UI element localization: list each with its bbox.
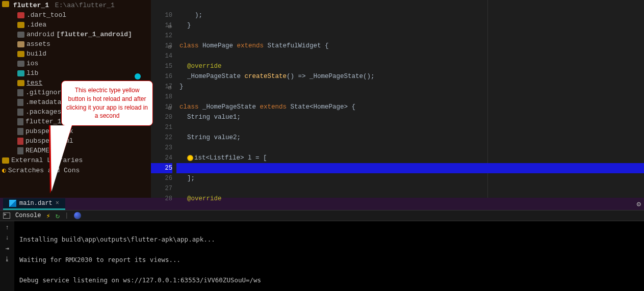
scroll-to-end-icon[interactable]: ⭳ [4, 255, 10, 263]
current-line [176, 163, 644, 173]
folder-icon [17, 51, 24, 57]
console-line: Waiting for RMX2030 to report its views.… [19, 255, 639, 265]
scroll-down-icon[interactable]: ↓ [5, 234, 9, 242]
code-line: ); [176, 10, 644, 20]
console-icon[interactable] [3, 213, 10, 219]
file-icon [17, 109, 23, 116]
code-line [176, 122, 644, 133]
tree-android[interactable]: android [flutter_1_android] [8, 30, 151, 39]
hot-restart-icon[interactable]: ↻ [56, 211, 60, 220]
devtools-icon[interactable] [74, 212, 81, 219]
folder-icon [17, 41, 24, 47]
tree-pubspec-yaml[interactable]: pubspec.yaml [8, 136, 151, 146]
code-line [176, 143, 644, 153]
tab-label: main.dart [19, 200, 53, 207]
folder-icon [17, 32, 24, 38]
project-root[interactable]: flutter_1 E:\aa\flutter_1 [0, 0, 151, 10]
console-action-gutter: ↑ ↓ ⇥ ⭳ [0, 221, 14, 291]
folder-icon [17, 22, 24, 28]
code-line [176, 183, 644, 194]
flutter-icon [9, 200, 16, 207]
annotation-callout: This electric type yellow button is hot … [61, 81, 153, 126]
tree-dart-tool[interactable]: .dart_tool [8, 10, 151, 20]
file-icon [17, 99, 23, 106]
code-line: ⊟class _HomePageState extends State<Home… [176, 102, 644, 112]
file-icon [17, 118, 23, 125]
folder-icon [2, 1, 9, 7]
soft-wrap-icon[interactable]: ⇥ [5, 245, 9, 252]
external-libraries[interactable]: External Libraries [0, 155, 151, 165]
tree-assets[interactable]: assets [8, 39, 151, 49]
code-editor[interactable]: 10 11 12 13 14 15 16 17 18 19 20 21 22 2… [151, 0, 644, 198]
scratches[interactable]: ◐Scratches and Cons [0, 165, 151, 175]
folder-icon [17, 80, 24, 86]
fold-icon[interactable]: ⊟ [168, 83, 173, 88]
scroll-up-icon[interactable]: ↑ [5, 224, 9, 231]
tab-main-dart[interactable]: main.dart × [3, 198, 65, 210]
code-line: ]; [176, 173, 644, 183]
file-icon [17, 138, 23, 145]
libraries-icon [2, 157, 9, 164]
project-name: flutter_1 [13, 2, 49, 9]
code-line: @override [176, 61, 644, 71]
tree-pubspec-lock[interactable]: pubspec.lock [8, 126, 151, 136]
tree-idea[interactable]: .idea [8, 20, 151, 30]
code-line: ⊟class HomePage extends StatefulWidget { [176, 41, 644, 51]
close-icon[interactable]: × [56, 200, 59, 207]
intention-bulb-icon[interactable] [187, 155, 193, 161]
gutter-override-icon[interactable] [135, 73, 141, 80]
code-line [176, 31, 644, 41]
console-label: Console [15, 212, 41, 219]
code-line: @override [176, 194, 644, 204]
scratches-icon: ◐ [2, 166, 6, 174]
code-line [176, 92, 644, 102]
console-line: Installing build\app\outputs\flutter-apk… [19, 234, 639, 245]
code-line: ist<Listfile> l = [ [176, 153, 644, 163]
code-line: String value1; [176, 112, 644, 122]
fold-icon[interactable]: ⊟ [168, 42, 173, 47]
file-icon [17, 89, 23, 96]
code-line [176, 51, 644, 61]
code-line: _HomePageState createState() => _HomePag… [176, 71, 644, 82]
fold-icon[interactable]: ⊟ [168, 22, 173, 27]
code-line: String value2; [176, 133, 644, 143]
fold-icon[interactable]: ⊟ [168, 103, 173, 109]
file-icon [17, 147, 23, 154]
tree-lib[interactable]: lib [8, 68, 151, 78]
console-panel: ↑ ↓ ⇥ ⭳ Installing build\app\outputs\flu… [0, 221, 644, 291]
folder-icon [17, 12, 24, 18]
code-area[interactable]: ); ⊟ } ⊟class HomePage extends StatefulW… [176, 0, 644, 198]
code-line: ⊟ } [176, 20, 644, 31]
tree-readme[interactable]: README.md [8, 146, 151, 155]
hot-reload-icon[interactable]: ⚡ [46, 211, 50, 220]
callout-text: This electric type yellow button is hot … [66, 87, 148, 119]
console-toolbar: Console ⚡ ↻ | [0, 210, 644, 221]
project-path: E:\aa\flutter_1 [55, 2, 115, 9]
line-gutter: 10 11 12 13 14 15 16 17 18 19 20 21 22 2… [151, 0, 176, 198]
folder-icon [17, 70, 24, 76]
folder-icon [17, 61, 24, 67]
file-icon [17, 128, 23, 135]
tree-build[interactable]: build [8, 49, 151, 59]
console-output[interactable]: Installing build\app\outputs\flutter-apk… [14, 221, 644, 291]
tree-ios[interactable]: ios [8, 59, 151, 68]
code-line: ⊟} [176, 82, 644, 92]
console-line: Debug service listening on ws://127.0.0.… [19, 275, 639, 285]
